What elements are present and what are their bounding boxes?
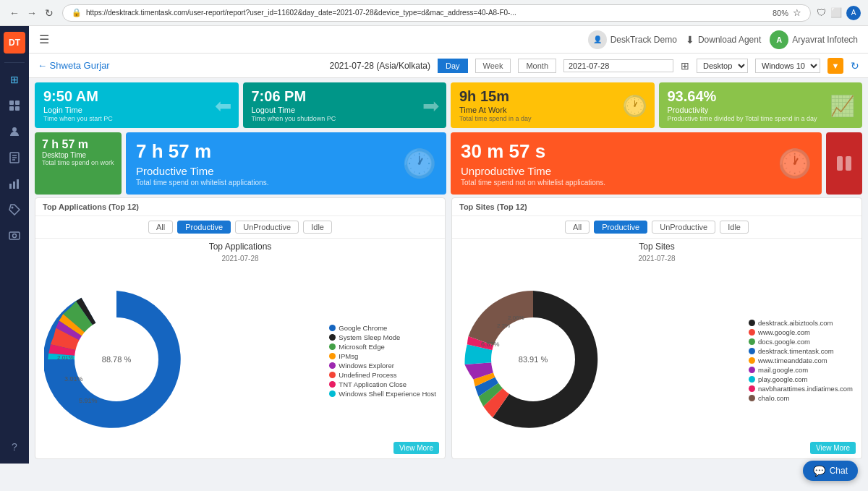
legend-edge: Microsoft Edge <box>329 343 436 351</box>
sites-filter-all[interactable]: All <box>565 221 590 234</box>
date-input[interactable] <box>563 59 673 72</box>
apps-filter-idle[interactable]: Idle <box>303 221 332 234</box>
company-label: Aryavrat Infotech <box>792 35 858 45</box>
chat-button[interactable]: 💬 Chat <box>803 461 858 481</box>
productivity-sub: Productive time divided by Total time sp… <box>668 115 854 122</box>
device-select[interactable]: Desktop <box>697 59 748 73</box>
productive-time-value: 7 h 57 m <box>136 140 436 163</box>
svg-rect-1 <box>15 101 20 105</box>
login-time-sub: Time when you start PC <box>43 115 230 122</box>
logout-time-label: Logout Time <box>252 106 438 114</box>
forward-button[interactable]: → <box>25 6 39 20</box>
apps-filter-all[interactable]: All <box>148 221 173 234</box>
download-agent-item[interactable]: ⬇ Download Agent <box>686 34 761 46</box>
sub-header: ← Shweta Gurjar 2021-07-28 (Asia/Kolkata… <box>29 54 868 78</box>
chat-label: Chat <box>830 466 848 476</box>
unproductive-clock-icon: 🕐 <box>778 148 812 179</box>
top-apps-filters: All Productive UnProductive Idle <box>35 216 445 239</box>
svg-point-14 <box>13 234 17 238</box>
top-apps-header: Top Applications (Top 12) <box>35 198 445 216</box>
top-sites-title: Top Sites <box>452 239 861 255</box>
legend-chrome: Google Chrome <box>329 324 436 332</box>
main-layout: DT ⊞ ? ☰ 👤 DeskTrack De <box>0 26 868 464</box>
stats-row-2: 7 h 57 m Desktop Time Total time spend o… <box>29 132 868 197</box>
unproductive-time-label: Unproductive Time <box>461 165 812 177</box>
refresh-icon[interactable]: ↻ <box>851 60 859 72</box>
svg-text:83.91 %: 83.91 % <box>519 355 548 364</box>
svg-rect-15 <box>837 156 843 171</box>
sidebar-item-faq[interactable]: ? <box>4 436 25 458</box>
svg-point-4 <box>12 127 17 132</box>
sites-view-more-button[interactable]: View More <box>810 442 856 454</box>
zoom-level: 80% <box>773 9 788 17</box>
svg-rect-16 <box>846 156 851 171</box>
top-apps-chart-body: 88.78 % 5.91% 3.01% 2.01% Google Chrome <box>35 262 445 458</box>
company-item[interactable]: A Aryavrat Infotech <box>770 30 858 49</box>
desktrack-demo-item[interactable]: 👤 DeskTrack Demo <box>588 30 677 49</box>
top-sites-pie-container: 83.91 % 6.87% 2.2% 2.06% desktrack.aibiz… <box>455 265 859 456</box>
sidebar-item-tag-management[interactable] <box>4 199 25 221</box>
apps-filter-productive[interactable]: Productive <box>177 221 231 234</box>
svg-rect-0 <box>9 101 14 105</box>
top-apps-pie-container: 88.78 % 5.91% 3.01% 2.01% Google Chrome <box>38 265 442 456</box>
tab-month[interactable]: Month <box>518 59 556 73</box>
logout-time-card: 7:06 PM Logout Time Time when you shutdo… <box>243 82 447 128</box>
svg-rect-10 <box>13 182 15 189</box>
sidebar-item-analytics[interactable] <box>4 173 25 195</box>
sites-filter-productive[interactable]: Productive <box>594 221 647 234</box>
legend-desktrack-aib: desktrack.aibiztools.com <box>749 319 853 327</box>
user-profile-icon[interactable]: A <box>846 6 861 20</box>
tab-day[interactable]: Day <box>438 59 468 73</box>
sidebar-divider <box>4 62 25 63</box>
top-apps-pie-wrap: 88.78 % 5.91% 3.01% 2.01% <box>44 287 189 435</box>
sites-filter-idle[interactable]: Idle <box>720 221 749 234</box>
productivity-label: Productivity <box>668 106 854 114</box>
svg-rect-11 <box>17 179 19 189</box>
svg-text:2.06%: 2.06% <box>508 315 524 321</box>
download-icon: ⬇ <box>686 34 694 46</box>
sidebar-item-users[interactable] <box>4 121 25 142</box>
sidebar-item-screenshots[interactable] <box>4 225 25 247</box>
top-apps-legend: Google Chrome System Sleep Mode Microsof… <box>329 324 436 398</box>
svg-rect-2 <box>9 106 14 111</box>
tab-week[interactable]: Week <box>475 59 511 73</box>
desktop-time-value: 7 h 57 m <box>42 138 114 151</box>
top-apps-pie-svg: 88.78 % 5.91% 3.01% 2.01% <box>44 287 189 432</box>
legend-chalo: chalo.com <box>749 394 853 402</box>
legend-play-google: play.google.com <box>749 375 853 383</box>
apps-filter-unproductive[interactable]: UnProductive <box>235 221 299 234</box>
top-sites-chart-body: 83.91 % 6.87% 2.2% 2.06% desktrack.aibiz… <box>452 262 861 458</box>
os-select[interactable]: Windows 10 <box>755 59 820 73</box>
address-bar[interactable]: 🔒 https://desktrack.timentask.com/user-r… <box>62 4 811 22</box>
back-button[interactable]: ← <box>7 6 22 20</box>
sidebar-item-manage-apps[interactable] <box>4 95 25 116</box>
back-link[interactable]: ← Shweta Gurjar <box>38 60 110 71</box>
sidebar-item-user-reports[interactable] <box>4 147 25 168</box>
login-time-value: 9:50 AM <box>43 88 230 104</box>
time-at-work-card: 9h 15m Time At Work Total time spend in … <box>451 82 655 128</box>
time-at-work-label: Time At Work <box>459 106 646 114</box>
filter-icon[interactable]: ▼ <box>827 58 843 74</box>
top-apps-title: Top Applications <box>35 239 445 255</box>
svg-rect-13 <box>9 232 20 239</box>
extensions-icon[interactable]: ⬜ <box>830 7 842 18</box>
sites-filter-unproductive[interactable]: UnProductive <box>652 221 715 234</box>
productivity-value: 93.64% <box>668 88 854 104</box>
legend-tnt: TNT Application Close <box>329 380 436 388</box>
desktop-time-sub: Total time spend on work <box>42 159 114 166</box>
sidebar-logo: DT <box>4 32 25 54</box>
reload-button[interactable]: ↻ <box>42 6 56 20</box>
top-sites-header: Top Sites (Top 12) <box>452 198 861 216</box>
star-icon[interactable]: ☆ <box>793 7 801 18</box>
top-apps-date: 2021-07-28 <box>35 255 445 262</box>
right-stats: 30 m 57 s Unproductive Time Total time s… <box>451 132 862 195</box>
apps-view-more-button[interactable]: View More <box>393 442 439 454</box>
sidebar: DT ⊞ ? <box>0 26 29 464</box>
sidebar-item-dashboard[interactable]: ⊞ <box>4 69 25 90</box>
hamburger-icon[interactable]: ☰ <box>39 33 49 46</box>
login-time-label: Login Time <box>43 106 230 114</box>
logout-time-sub: Time when you shutdown PC <box>252 115 438 122</box>
top-nav: ☰ 👤 DeskTrack Demo ⬇ Download Agent A Ar… <box>29 26 868 54</box>
grid-view-icon[interactable]: ⊞ <box>681 60 689 72</box>
stats-row-1: 9:50 AM Login Time Time when you start P… <box>29 78 868 132</box>
